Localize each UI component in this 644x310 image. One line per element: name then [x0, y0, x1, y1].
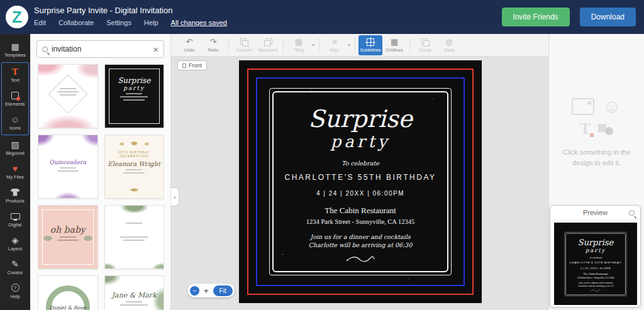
align-dropdown-chevron-icon[interactable]: ▾: [347, 42, 352, 48]
align-button[interactable]: ≡ Align: [323, 35, 347, 55]
toolbar-divider: [355, 38, 355, 53]
preview-headline: CHARLOTTE'S 55TH BIRTHDAY: [570, 261, 621, 264]
invite-friends-button[interactable]: Invite Friends: [502, 8, 570, 26]
sidebar-item-icons[interactable]: ☺ Icons: [2, 111, 28, 135]
clear-search-icon[interactable]: ×: [153, 45, 158, 54]
search-box[interactable]: ×: [36, 40, 164, 58]
invitation-date-line[interactable]: 4 | 24 | 20XX | 06:00PM: [316, 190, 404, 197]
toolbar-divider: [283, 38, 284, 53]
sidebar-item-label: Text: [11, 77, 19, 83]
gridlines-button[interactable]: ▦ Gridlines: [382, 35, 406, 55]
template-thumbnail-eucalyptus-wreath[interactable]: Daniel & Rose: [38, 275, 98, 310]
toolbar-label: Align: [330, 48, 340, 52]
sidebar-item-elements[interactable]: Elements: [2, 87, 28, 111]
design-stage[interactable]: Surprise party To celebrate CHARLOTTE'S …: [239, 60, 482, 303]
download-button[interactable]: Download: [580, 8, 636, 26]
undo-button[interactable]: ↶ Undo: [177, 35, 201, 55]
invitation-design[interactable]: Surprise party To celebrate CHARLOTTE'S …: [239, 60, 482, 303]
sidebar-item-label: Bkgound: [6, 150, 25, 156]
template-thumbnail-quinceanera[interactable]: Quinceañera: [38, 135, 98, 199]
menu-edit[interactable]: Edit: [34, 19, 46, 26]
tiling-button[interactable]: ▦ Tiling: [287, 35, 311, 55]
placeholder-text-line: [123, 240, 145, 241]
thumb-title: Daniel & Rose: [38, 305, 97, 310]
sidebar-item-text[interactable]: T Text: [2, 63, 28, 87]
placeholder-text-line: [120, 96, 148, 97]
toolbar-label: Guidelines: [360, 48, 380, 52]
zoom-fit-button[interactable]: Fit: [213, 285, 233, 296]
placeholder-text-line: [57, 170, 79, 172]
placeholder-text-line: [123, 99, 145, 101]
flourish-ornament: [591, 289, 601, 292]
template-thumbnail-oh-baby[interactable]: oh baby: [38, 205, 98, 269]
menu-collaborate[interactable]: Collaborate: [58, 19, 94, 26]
design-canvas-area[interactable]: ‹ Front Surprise party To celebrate CHAR…: [171, 57, 548, 310]
preview-title: Preview: [583, 209, 608, 216]
sidebar-item-label: Templates: [4, 52, 26, 58]
preview-zoom-icon[interactable]: [629, 210, 635, 216]
template-thumbnail-greenery-wedding[interactable]: [104, 205, 165, 269]
placeholder-icons: ☺ T: [549, 97, 644, 138]
thumb-subtitle: party: [105, 85, 164, 91]
group-icon: [421, 38, 430, 47]
mask-icon: ◍: [445, 38, 452, 47]
menu-help[interactable]: Help: [144, 19, 158, 26]
toolbar-label: Mask: [444, 48, 455, 52]
saved-status-link[interactable]: All changes saved: [171, 19, 227, 26]
sidebar-item-templates[interactable]: ▦ Templates: [0, 38, 30, 62]
template-thumbnail-jane-and-mark[interactable]: Jane & Mark: [104, 275, 165, 310]
gridlines-icon: ▦: [391, 38, 398, 47]
app-logo[interactable]: Z: [6, 6, 28, 28]
invitation-venue[interactable]: The Cabin Restaurant: [325, 206, 396, 216]
front-side-chip[interactable]: Front: [177, 60, 207, 70]
guidelines-button[interactable]: Guidelines: [358, 35, 382, 55]
toolbar-label: Undo: [184, 48, 195, 52]
send-backward-button[interactable]: Backward: [256, 35, 280, 55]
placeholder-text-line: [60, 167, 76, 169]
top-bar: Z Surprise Party Invite - Digital Invita…: [0, 0, 644, 34]
invitation-address[interactable]: 1234 Park Street - Sunnyville, CA 12345: [306, 218, 414, 225]
sidebar-item-digital[interactable]: Digital: [0, 208, 30, 231]
sidebar-item-creator[interactable]: ✎ Creator: [0, 255, 30, 279]
templates-panel: × Surprise party Quinceañera: [30, 34, 171, 310]
placeholder-text-line: [126, 169, 142, 170]
placeholder-text-line: [120, 304, 148, 306]
thumb-caption: 30TH BIRTHDAY CELEBRATION: [105, 150, 164, 158]
invitation-title-word1[interactable]: Surprise: [308, 107, 412, 131]
toolbar-label: Redo: [208, 48, 219, 52]
page-icon: [182, 64, 186, 68]
heart-icon: ♥: [13, 163, 18, 173]
bring-forward-button[interactable]: Forward: [232, 35, 256, 55]
invitation-subtitle[interactable]: To celebrate: [341, 160, 379, 167]
preview-title-word1: Surprise: [578, 238, 614, 246]
preview-thumbnail[interactable]: Surprise party To celebrate CHARLOTTE'S …: [554, 223, 637, 305]
sidebar-item-my-files[interactable]: ♥ My Files: [0, 160, 30, 184]
placeholder-text-line: [57, 91, 79, 92]
tiling-dropdown-chevron-icon[interactable]: ▾: [311, 42, 316, 48]
invitation-note-line2[interactable]: Charlotte will be arriving at 06:30: [309, 241, 413, 250]
align-icon: ≡: [332, 38, 337, 47]
group-button[interactable]: Group: [413, 35, 437, 55]
template-thumbnail-30th-birthday[interactable]: 30TH BIRTHDAY CELEBRATION Eleanora Wrigh…: [104, 135, 165, 199]
invitation-headline[interactable]: CHARLOTTE'S 55TH BIRTHDAY: [284, 173, 436, 182]
zoom-in-button[interactable]: +: [204, 286, 209, 296]
mask-button[interactable]: ◍ Mask: [437, 35, 461, 55]
template-thumbnail-surprise-party[interactable]: Surprise party: [104, 64, 165, 128]
sidebar-item-products[interactable]: Products: [0, 184, 30, 208]
placeholder-text-line: [60, 94, 76, 96]
invitation-note-line1[interactable]: Join us for a dinner and cocktails: [310, 233, 410, 241]
invitation-title-word2[interactable]: party: [331, 133, 391, 150]
redo-button[interactable]: ↷ Redo: [201, 35, 225, 55]
collapse-panel-handle[interactable]: ‹: [171, 187, 179, 206]
sidebar-item-layers[interactable]: ◈ Layers: [0, 231, 30, 255]
toolbar-label: Gridlines: [386, 48, 403, 52]
sidebar-item-help[interactable]: ? Help: [0, 279, 30, 303]
zoom-out-button[interactable]: −: [190, 286, 199, 296]
preview-date-line: 4 | 24 | 20XX | 06:00PM: [580, 267, 611, 269]
menu-settings[interactable]: Settings: [106, 19, 131, 26]
sidebar-item-label: Digital: [9, 222, 22, 228]
preview-card: Preview Surprise party To celebrate CHAR…: [550, 205, 641, 307]
search-input[interactable]: [52, 45, 149, 53]
sidebar-item-background[interactable]: ▨ Bkgound: [0, 136, 30, 160]
template-thumbnail-pink-floral[interactable]: [38, 64, 98, 128]
